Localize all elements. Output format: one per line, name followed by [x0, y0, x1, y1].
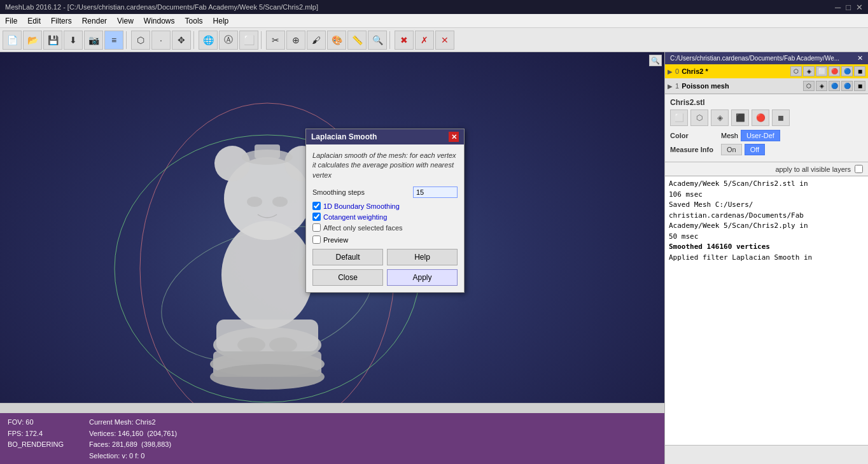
log-line-7: Smoothed 146160 vertices — [669, 242, 864, 253]
layer-tool-3[interactable]: ⬜ — [816, 66, 827, 76]
viewport-search-button[interactable]: 🔍 — [649, 55, 662, 66]
layer-row-1[interactable]: ▶ 1 Poisson mesh ⬡ ◈ 🔵 🔵 ◼ — [665, 79, 868, 94]
dialog-close-button[interactable]: ✕ — [449, 132, 459, 142]
layer-tool-5[interactable]: 🔵 — [841, 66, 853, 76]
menu-edit[interactable]: Edit — [22, 15, 46, 27]
boundary-smoothing-checkbox[interactable] — [312, 202, 321, 210]
tb-paint[interactable]: 🖌 — [307, 31, 326, 50]
cotangent-checkbox[interactable] — [312, 213, 321, 221]
smoothing-steps-input[interactable] — [413, 186, 458, 198]
dialog-title-label: Laplacian Smooth — [311, 132, 377, 141]
viewport[interactable]: Laplacian Smooth ✕ Laplacian smooth of t… — [0, 52, 664, 464]
apply-button[interactable]: Apply — [387, 269, 458, 286]
properties-title: Chris2.stl — [670, 98, 863, 107]
tb-select[interactable]: ⬡ — [131, 31, 150, 50]
layer-name-1: Poisson mesh — [682, 82, 803, 90]
layer-row-0[interactable]: ▶ 0 Chris2 * ⬡ ◈ ⬜ 🔴 🔵 ◼ — [665, 64, 868, 79]
log-line-1: Academy/Week 5/Scan/Chris2.stl in — [669, 179, 864, 190]
prop-icon-6[interactable]: ◼ — [772, 109, 790, 126]
menu-filters[interactable]: Filters — [46, 15, 77, 27]
layer-tool-1[interactable]: ⬡ — [790, 66, 802, 76]
log-line-4: christian.cardenas/Documents/Fab — [669, 211, 864, 221]
layer-arrow-icon: ▶ — [668, 68, 673, 75]
cotangent-label: Cotangent weighting — [323, 213, 387, 221]
layers-path: C:/Users/christian.cardenas/Documents/Fa… — [670, 55, 853, 62]
faces-display: Faces: 281,689 (398,883) — [89, 439, 177, 451]
tb-tool2[interactable]: ⊕ — [286, 31, 305, 50]
tb-color[interactable]: 🎨 — [327, 31, 346, 50]
measure-info-value: On Off — [721, 144, 863, 155]
tb-transform[interactable]: ✥ — [172, 31, 191, 50]
tb-tool1[interactable]: ✂ — [266, 31, 285, 50]
minimize-button[interactable]: ─ — [835, 3, 841, 12]
menu-render[interactable]: Render — [77, 15, 112, 27]
layers-close-button[interactable]: ✕ — [857, 54, 863, 62]
close-button[interactable]: Close — [312, 269, 383, 286]
menu-windows[interactable]: Windows — [139, 15, 180, 27]
layer-num-0: 0 — [675, 67, 679, 75]
layer-tools-1: ⬡ ◈ 🔵 🔵 ◼ — [803, 81, 865, 91]
apply-all-checkbox[interactable] — [855, 165, 863, 173]
tb-mark2[interactable]: ✗ — [415, 31, 434, 50]
close-button[interactable]: ✕ — [856, 3, 863, 12]
log-line-5: Academy/Week 5/Scan/Chris2.ply in — [669, 221, 864, 232]
preview-label: Preview — [323, 236, 348, 244]
viewport-status: FOV: 60 FPS: 172.4 BO_RENDERING Current … — [0, 413, 664, 464]
laplacian-smooth-dialog[interactable]: Laplacian Smooth ✕ Laplacian smooth of t… — [305, 129, 465, 293]
layer-tool-4[interactable]: 🔴 — [829, 66, 840, 76]
svg-point-9 — [247, 197, 262, 207]
menu-file[interactable]: File — [0, 15, 22, 27]
user-def-tag[interactable]: User-Def — [741, 130, 780, 141]
prop-icon-5[interactable]: 🔴 — [752, 109, 769, 126]
preview-checkbox[interactable] — [312, 236, 321, 244]
layer1-tool-5[interactable]: ◼ — [854, 81, 865, 91]
tb-import[interactable]: ⬇ — [64, 31, 83, 50]
layer1-tool-4[interactable]: 🔵 — [841, 81, 853, 91]
menu-tools[interactable]: Tools — [180, 15, 208, 27]
layer-tool-6[interactable]: ◼ — [854, 66, 865, 76]
tb-mark3[interactable]: ✕ — [435, 31, 454, 50]
tb-pick[interactable]: 🔍 — [368, 31, 387, 50]
status-col-1: FOV: 60 FPS: 172.4 BO_RENDERING — [8, 417, 64, 451]
svg-rect-12 — [255, 144, 280, 158]
prop-icon-4[interactable]: ⬛ — [731, 109, 749, 126]
measure-off-button[interactable]: Off — [745, 144, 765, 155]
menu-view[interactable]: View — [112, 15, 139, 27]
maximize-button[interactable]: □ — [846, 3, 851, 12]
tb-vertex[interactable]: · — [151, 31, 171, 50]
log-line-3: Saved Mesh C:/Users/ — [669, 200, 864, 211]
preview-row: Preview — [312, 236, 458, 244]
color-value: Mesh User-Def — [721, 130, 863, 141]
tb-globe[interactable]: 🌐 — [199, 31, 218, 50]
prop-icon-2[interactable]: ⬡ — [690, 109, 708, 126]
tb-mark1[interactable]: ✖ — [395, 31, 414, 50]
affect-checkbox[interactable] — [312, 223, 321, 232]
default-button[interactable]: Default — [312, 249, 383, 265]
current-mesh-display: Current Mesh: Chris2 — [89, 417, 177, 428]
dialog-body: Laplacian smooth of the mesh: for each v… — [306, 144, 464, 292]
dialog-buttons: Default Help — [312, 249, 458, 265]
tb-box[interactable]: ⬜ — [239, 31, 258, 50]
tb-annotate[interactable]: Ⓐ — [219, 31, 238, 50]
layer-tool-2[interactable]: ◈ — [803, 66, 815, 76]
prop-icon-1[interactable]: ⬜ — [670, 109, 688, 126]
tb-open[interactable]: 📂 — [23, 31, 42, 50]
help-button[interactable]: Help — [387, 249, 458, 265]
menu-help[interactable]: Help — [208, 15, 234, 27]
layer1-tool-3[interactable]: 🔵 — [829, 81, 840, 91]
tb-save[interactable]: 💾 — [43, 31, 62, 50]
cotangent-row: Cotangent weighting — [312, 213, 458, 221]
log-panel[interactable]: Academy/Week 5/Scan/Chris2.stl in 106 ms… — [665, 176, 868, 445]
affect-row: Affect only selected faces — [312, 223, 458, 232]
apply-all-label: apply to all visible layers — [775, 165, 851, 173]
tb-measure[interactable]: 📏 — [347, 31, 367, 50]
prop-icon-3[interactable]: ◈ — [711, 109, 729, 126]
log-line-8: Applied filter Laplacian Smooth in — [669, 253, 864, 264]
tb-new[interactable]: 📄 — [3, 31, 22, 50]
tb-layer[interactable]: ≡ — [104, 31, 123, 50]
layer1-tool-1[interactable]: ⬡ — [803, 81, 815, 91]
title-bar: MeshLab 2016.12 - [C:/Users/christian.ca… — [0, 0, 868, 14]
tb-screenshot[interactable]: 📷 — [84, 31, 103, 50]
measure-on-button[interactable]: On — [721, 144, 742, 155]
layer1-tool-2[interactable]: ◈ — [816, 81, 827, 91]
